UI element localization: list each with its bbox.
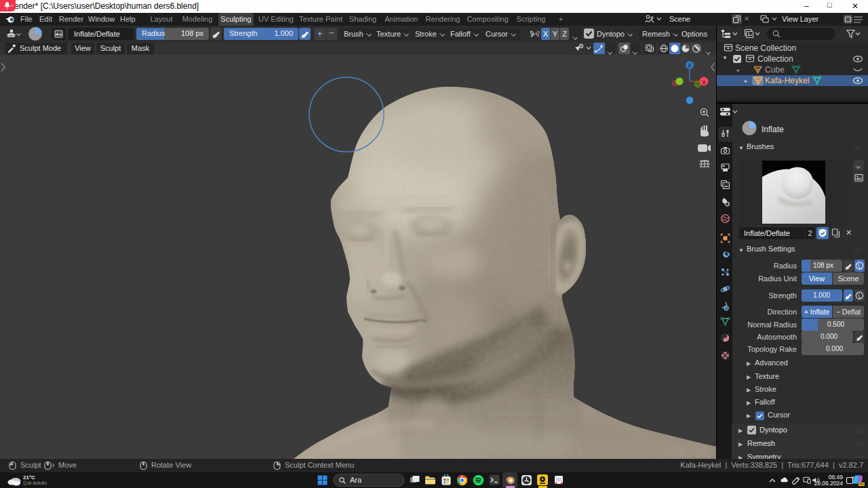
svg-text:Z: Z [688,62,692,68]
svg-text:Y: Y [696,82,700,87]
svg-text:X: X [702,79,706,85]
svg-text:PRO: PRO [859,483,865,486]
svg-text:×: × [11,3,14,7]
